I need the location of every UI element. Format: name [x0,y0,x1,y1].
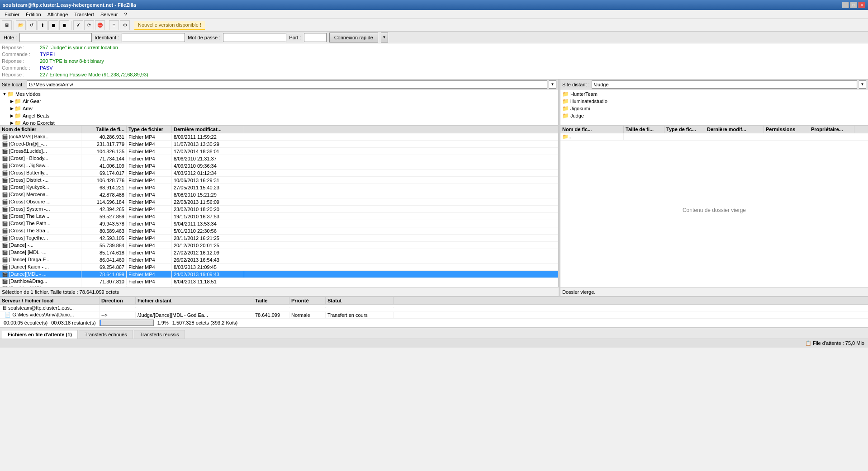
transfer-server-name: 🖥 soulsteam@ftp.cluster1.eas... [0,305,100,311]
id-input[interactable] [122,33,185,42]
col-header-date[interactable]: Dernière modificat... [172,126,244,133]
remote-col-perms[interactable]: Permissions [764,126,809,133]
toolbar-btn-4[interactable]: ◼ [48,20,58,30]
file-icon: 🎬 [2,199,8,204]
remote-col-owner[interactable]: Propriétaire... [809,126,854,133]
pass-input[interactable] [223,33,286,42]
connect-button[interactable]: Connexion rapide [329,33,378,42]
tree-expander: ▶ [9,113,14,118]
minimize-button[interactable]: _ [842,2,849,8]
local-tree-item[interactable]: ▶📁Ao no Exorcist [0,119,558,126]
local-file-row[interactable]: 🎬[Cross] The Path... 49.943.578 Fichier … [0,220,558,227]
local-tree-item[interactable]: ▶📁Angel Beats [0,112,558,119]
file-date: 8/03/2013 21:09:45 [172,264,244,270]
toolbar-disconnect[interactable]: ✗ [73,20,83,30]
window-controls[interactable]: _ □ ✕ [842,2,865,8]
local-file-row[interactable]: 🎬[Dance] -... 55.739.884 Fichier MP4 20/… [0,242,558,249]
file-name: 🎬[Darthice&Drag... [0,278,81,285]
local-file-row[interactable]: 🎬[Cross] - Bloody... 71.734.144 Fichier … [0,155,558,162]
file-date: 6/04/2013 11:18:51 [172,278,244,285]
tab-queue[interactable]: Fichiers en file d'attente (1) [2,330,78,339]
local-path-dropdown[interactable]: ▼ [549,80,556,89]
maximize-button[interactable]: □ [850,2,857,8]
local-file-row[interactable]: 🎬[Cross] - JigSaw... 41.006.109 Fichier … [0,162,558,170]
remote-path-input[interactable] [592,80,857,89]
transfer-server-row[interactable]: 🖥 soulsteam@ftp.cluster1.eas... [0,305,868,311]
menu-help[interactable]: ? [121,11,129,18]
remote-tree-item[interactable]: 📁HunterTeam [560,90,868,98]
file-name: 🎬[Cross] Obscure ... [0,198,81,205]
local-file-row[interactable]: 🎬[Cross] Togethe... 42.593.105 Fichier M… [0,235,558,242]
toolbar-open-manager[interactable]: 📂 [16,20,26,30]
file-size: 86.041.460 [81,257,127,263]
local-file-list[interactable]: 🎬[cokAMVs] Baka... 40.286.931 Fichier MP… [0,133,558,287]
local-file-row[interactable]: 🎬[Cross] System -... 42.894.265 Fichier … [0,206,558,213]
file-date: 4/03/2012 01:12:34 [172,170,244,176]
log-label: Commande : [2,51,38,58]
local-file-row[interactable]: 🎬[Cross] Obscure ... 114.696.184 Fichier… [0,198,558,206]
col-header-name[interactable]: Nom de fichier [0,126,81,133]
remote-col-name[interactable]: Nom de fic... [560,126,624,133]
menu-transfert[interactable]: Transfert [71,11,97,18]
col-header-type[interactable]: Type de fichier [127,126,172,133]
remote-parent-dir[interactable]: 📁.. [560,133,868,141]
local-file-row[interactable]: 🎬[Creed-Dn@]_-... 231.817.779 Fichier MP… [0,141,558,148]
file-date: 7/04/2013 22:54:52 [172,286,244,287]
local-file-row[interactable]: 🎬[Dance] [MDL -... 85.174.618 Fichier MP… [0,249,558,256]
remote-col-date[interactable]: Dernière modif... [705,126,764,133]
local-file-row[interactable]: 🎬[Cross] Butterfly... 69.174.017 Fichier… [0,170,558,177]
local-tree-item[interactable]: ▼📁Mes vidéos [0,90,558,98]
local-file-row[interactable]: 🎬[Cross&Lucide]... 104.826.135 Fichier M… [0,148,558,155]
remote-tree-item[interactable]: 📁illuminatedstudio [560,98,868,105]
remote-tree-item[interactable]: 📁Judge [560,112,868,119]
local-file-row[interactable]: 🎬[Dance] Kaien - ... 69.254.867 Fichier … [0,264,558,271]
local-file-row[interactable]: 🎬[Dance] Draga-F... 86.041.460 Fichier M… [0,256,558,264]
file-icon: 🎬 [2,242,8,248]
tab-success[interactable]: Transferts réussis [134,330,185,339]
toolbar-refresh[interactable]: ↺ [27,20,37,30]
local-file-row[interactable]: 🎬[Cross] Kyukyok... 68.914.221 Fichier M… [0,184,558,191]
port-input[interactable] [304,33,327,42]
local-file-row[interactable]: 🎬[Dance][MDL - ... 78.641.099 Fichier MP… [0,271,558,278]
folder-icon: 📁 [7,91,14,97]
local-tree-item[interactable]: ▶📁Amv [0,105,558,112]
close-button[interactable]: ✕ [858,2,865,8]
tab-failed[interactable]: Transferts échoués [79,330,133,339]
local-file-row[interactable]: 🎬[Cross] District -... 106.428.776 Fichi… [0,177,558,184]
local-path-input[interactable] [27,80,547,89]
new-version-text: Nouvelle version disponible ! [138,22,201,28]
menu-fichier[interactable]: Fichier [2,11,22,18]
file-date: 24/02/2013 19:09:43 [172,271,244,278]
host-input[interactable] [19,33,92,42]
file-type: Fichier MP4 [127,250,172,256]
toolbar-reconnect[interactable]: ⟳ [84,20,94,30]
local-file-row[interactable]: 🎬[Cross] Mercena... 42.878.488 Fichier M… [0,191,558,198]
local-file-row[interactable]: 🎬[Cross] The Stra... 80.589.463 Fichier … [0,227,558,235]
local-file-row[interactable]: 🎬[Darthice&Drag... 71.307.810 Fichier MP… [0,278,558,285]
local-file-row[interactable]: 🎬[Cross] The Law ... 59.527.859 Fichier … [0,213,558,220]
remote-col-type[interactable]: Type de fic... [664,126,705,133]
file-type: Fichier MP4 [127,235,172,241]
menu-edition[interactable]: Édition [23,11,44,18]
tree-expander: ▶ [9,99,14,104]
toolbar-new-site[interactable]: 🖥 [2,20,12,30]
remote-col-size[interactable]: Taille de fi... [624,126,664,133]
local-file-row[interactable]: 🎬[cokAMVs] Baka... 40.286.931 Fichier MP… [0,133,558,141]
remote-tree-item[interactable]: 📁Jigokumi [560,105,868,112]
toolbar-queue[interactable]: ≡ [109,20,119,30]
menu-serveur[interactable]: Serveur [98,11,121,18]
local-file-row[interactable]: 🎬[Darthice&MDL... 80.224.583 Fichier MP4… [0,285,558,287]
file-name: 🎬[Cross] District -... [0,177,81,184]
toolbar-btn-3[interactable]: ⬆ [38,20,47,30]
local-tree-item[interactable]: ▶📁Air Gear [0,98,558,105]
menu-affichage[interactable]: Affichage [45,11,71,18]
toolbar-cancel[interactable]: ⛔ [95,20,105,30]
connect-dropdown[interactable]: ▼ [381,33,388,42]
log-text: 200 TYPE is now 8-bit binary [40,58,104,65]
transfer-file-row[interactable]: 📄 G:\Mes vidéos\Amv\[Danc... --> /Judge/… [0,311,868,319]
remote-path-dropdown[interactable]: ▼ [859,80,866,89]
remote-file-list[interactable]: 📁.. Contenu de dossier vierge [560,133,868,287]
col-header-size[interactable]: Taille de fi... [81,126,127,133]
toolbar-filter[interactable]: ⚙ [120,20,130,30]
toolbar-btn-5[interactable]: ◼ [59,20,69,30]
